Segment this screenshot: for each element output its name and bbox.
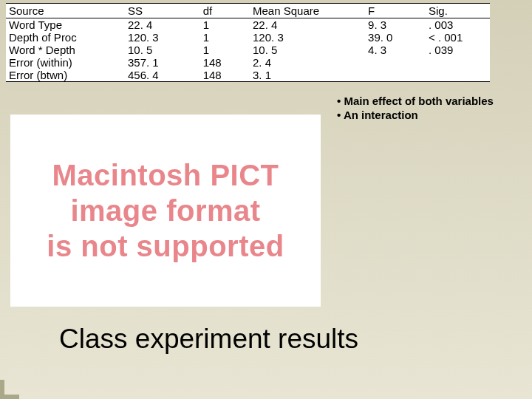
cell-df: 148: [200, 69, 250, 81]
cell-ss: 22. 4: [125, 18, 200, 32]
col-header-ms: Mean Square: [250, 4, 365, 18]
cell-ms: 120. 3: [250, 31, 365, 44]
cell-sig: [426, 56, 490, 69]
cell-ms: 3. 1: [250, 69, 365, 81]
note-text: An interaction: [344, 109, 418, 121]
col-header-ss: SS: [125, 4, 200, 18]
cell-df: 1: [200, 18, 250, 32]
cell-f: [365, 56, 426, 69]
cell-ms: 22. 4: [250, 18, 365, 32]
cell-ms: 2. 4: [250, 56, 365, 69]
anova-header-row: Source SS df Mean Square F Sig.: [6, 4, 490, 18]
cell-sig: [426, 69, 490, 81]
cell-df: 148: [200, 56, 250, 69]
cell-sig: < . 001: [426, 31, 490, 44]
col-header-source: Source: [6, 4, 125, 18]
col-header-f: F: [365, 4, 426, 18]
col-header-sig: Sig.: [426, 4, 490, 18]
cell-source: Error (btwn): [6, 69, 125, 81]
corner-decoration: [0, 380, 19, 399]
cell-sig: . 003: [426, 18, 490, 32]
list-item: • An interaction: [337, 109, 494, 123]
cell-source: Word * Depth: [6, 44, 125, 56]
cell-ms: 10. 5: [250, 44, 365, 56]
pict-line: is not supported: [47, 228, 284, 264]
list-item: • Main effect of both variables: [337, 95, 494, 109]
cell-f: 9. 3: [365, 18, 426, 32]
pict-line: image format: [70, 193, 260, 228]
cell-f: 39. 0: [365, 31, 426, 44]
col-header-df: df: [200, 4, 250, 18]
cell-source: Word Type: [6, 18, 125, 32]
anova-table: Source SS df Mean Square F Sig. Word Typ…: [6, 3, 490, 82]
table-row: Error (within) 357. 1 148 2. 4: [6, 56, 490, 69]
cell-ss: 456. 4: [125, 69, 200, 81]
cell-ss: 357. 1: [125, 56, 200, 69]
cell-f: 4. 3: [365, 44, 426, 56]
slide-title: Class experiment results: [59, 324, 358, 355]
cell-ss: 120. 3: [125, 31, 200, 44]
cell-f: [365, 69, 426, 81]
table-row: Error (btwn) 456. 4 148 3. 1: [6, 69, 490, 81]
cell-source: Depth of Proc: [6, 31, 125, 44]
pict-line: Macintosh PICT: [52, 157, 279, 193]
cell-ss: 10. 5: [125, 44, 200, 56]
table-row: Depth of Proc 120. 3 1 120. 3 39. 0 < . …: [6, 31, 490, 44]
table-row: Word * Depth 10. 5 1 10. 5 4. 3 . 039: [6, 44, 490, 56]
cell-df: 1: [200, 44, 250, 56]
cell-df: 1: [200, 31, 250, 44]
notes-block: • Main effect of both variables • An int…: [337, 95, 494, 123]
cell-source: Error (within): [6, 56, 125, 69]
cell-sig: . 039: [426, 44, 490, 56]
note-text: Main effect of both variables: [344, 95, 494, 107]
pict-placeholder: Macintosh PICT image format is not suppo…: [10, 115, 321, 307]
table-row: Word Type 22. 4 1 22. 4 9. 3 . 003: [6, 18, 490, 32]
